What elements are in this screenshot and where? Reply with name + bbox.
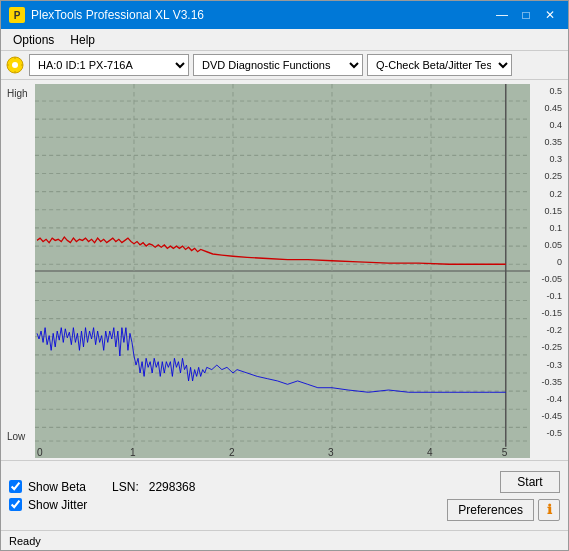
- window-title: PlexTools Professional XL V3.16: [31, 8, 204, 22]
- title-bar-controls: — □ ✕: [492, 7, 560, 23]
- svg-text:5: 5: [502, 445, 508, 458]
- chart-inner: 0 1 2 3 4 5: [35, 84, 530, 458]
- checkboxes-area: Show Beta LSN: 2298368 Show Jitter: [9, 480, 447, 512]
- y-axis-right: 0.5 0.45 0.4 0.35 0.3 0.25 0.2 0.15 0.1 …: [530, 84, 564, 458]
- show-beta-row: Show Beta LSN: 2298368: [9, 480, 447, 494]
- app-icon: P: [9, 7, 25, 23]
- svg-text:1: 1: [130, 445, 136, 458]
- bottom-panel: Show Beta LSN: 2298368 Show Jitter Start…: [1, 460, 568, 530]
- chart-area: High Low: [1, 80, 568, 460]
- drive-select[interactable]: HA:0 ID:1 PX-716A: [29, 54, 189, 76]
- status-bar: Ready: [1, 530, 568, 550]
- y-axis-left: High Low: [5, 84, 35, 458]
- y-high-label: High: [7, 88, 33, 99]
- prefs-row: Preferences ℹ: [447, 499, 560, 521]
- show-beta-label[interactable]: Show Beta: [28, 480, 86, 494]
- lsn-label: LSN:: [112, 480, 139, 494]
- menu-bar: Options Help: [1, 29, 568, 51]
- svg-text:0: 0: [37, 445, 43, 458]
- svg-text:3: 3: [328, 445, 334, 458]
- show-jitter-label[interactable]: Show Jitter: [28, 498, 87, 512]
- chart-svg: 0 1 2 3 4 5: [35, 84, 530, 458]
- test-select[interactable]: Q-Check Beta/Jitter Test: [367, 54, 512, 76]
- drive-icon: [5, 55, 25, 75]
- start-button[interactable]: Start: [500, 471, 560, 493]
- title-bar: P PlexTools Professional XL V3.16 — □ ✕: [1, 1, 568, 29]
- info-button[interactable]: ℹ: [538, 499, 560, 521]
- minimize-button[interactable]: —: [492, 7, 512, 23]
- y-low-label: Low: [7, 431, 33, 442]
- show-jitter-row: Show Jitter: [9, 498, 447, 512]
- maximize-button[interactable]: □: [516, 7, 536, 23]
- svg-text:2: 2: [229, 445, 235, 458]
- close-button[interactable]: ✕: [540, 7, 560, 23]
- menu-options[interactable]: Options: [5, 31, 62, 49]
- show-beta-checkbox[interactable]: [9, 480, 22, 493]
- title-bar-left: P PlexTools Professional XL V3.16: [9, 7, 204, 23]
- toolbar: HA:0 ID:1 PX-716A DVD Diagnostic Functio…: [1, 51, 568, 80]
- preferences-button[interactable]: Preferences: [447, 499, 534, 521]
- status-text: Ready: [9, 535, 41, 547]
- menu-help[interactable]: Help: [62, 31, 103, 49]
- svg-point-1: [12, 62, 18, 68]
- right-buttons: Start Preferences ℹ: [447, 471, 560, 521]
- lsn-value: 2298368: [149, 480, 196, 494]
- show-jitter-checkbox[interactable]: [9, 498, 22, 511]
- svg-text:4: 4: [427, 445, 433, 458]
- function-select[interactable]: DVD Diagnostic Functions: [193, 54, 363, 76]
- main-window: P PlexTools Professional XL V3.16 — □ ✕ …: [0, 0, 569, 551]
